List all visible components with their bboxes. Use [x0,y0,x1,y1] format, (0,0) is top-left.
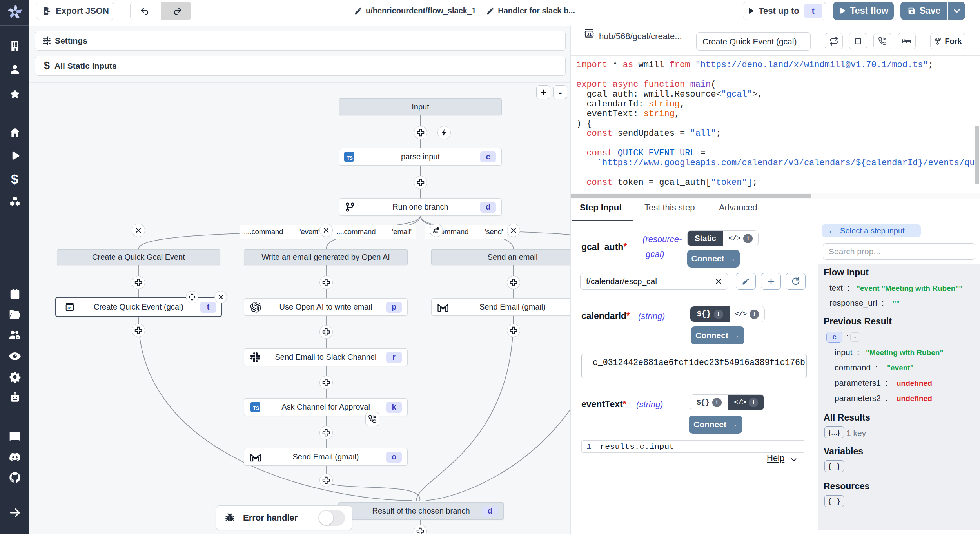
svg-text:31: 31 [67,306,72,310]
svg-text:31: 31 [587,32,592,36]
